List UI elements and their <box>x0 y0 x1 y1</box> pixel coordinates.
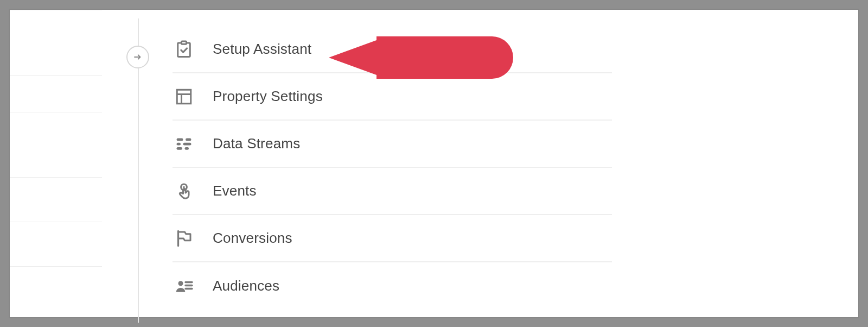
svg-rect-10 <box>185 147 189 150</box>
menu-item-data-streams[interactable]: Data Streams <box>173 121 612 168</box>
menu-item-label: Conversions <box>213 230 292 247</box>
svg-rect-1 <box>182 41 187 44</box>
menu-item-label: Data Streams <box>213 135 300 152</box>
menu-item-label: Setup Assistant <box>213 41 311 58</box>
menu-item-setup-assistant[interactable]: Setup Assistant <box>173 26 612 73</box>
app-panel: Setup Assistant Property Settings <box>10 10 858 317</box>
data-streams-icon <box>173 133 195 155</box>
audience-icon <box>173 275 195 298</box>
menu-item-audiences[interactable]: Audiences <box>173 262 612 310</box>
menu-item-conversions[interactable]: Conversions <box>173 215 612 262</box>
svg-rect-6 <box>186 138 192 141</box>
arrow-right-icon <box>133 52 143 62</box>
menu-item-events[interactable]: Events <box>173 168 612 215</box>
collapse-panel-button[interactable] <box>126 46 149 68</box>
svg-point-13 <box>178 281 183 286</box>
menu-item-label: Property Settings <box>213 88 323 105</box>
svg-rect-8 <box>183 142 192 145</box>
touch-icon <box>173 180 195 203</box>
svg-rect-5 <box>177 138 183 141</box>
flag-icon <box>173 227 195 250</box>
menu-item-property-settings[interactable]: Property Settings <box>173 73 612 121</box>
clipboard-check-icon <box>173 38 195 61</box>
left-nav-placeholder <box>10 10 102 317</box>
svg-rect-0 <box>178 43 190 57</box>
property-menu: Setup Assistant Property Settings <box>173 26 612 310</box>
svg-point-12 <box>183 186 185 188</box>
menu-item-label: Events <box>213 183 257 199</box>
svg-rect-9 <box>177 147 183 150</box>
menu-item-label: Audiences <box>213 278 279 294</box>
layout-icon <box>173 85 195 108</box>
svg-rect-7 <box>177 142 181 145</box>
svg-rect-2 <box>177 90 191 104</box>
